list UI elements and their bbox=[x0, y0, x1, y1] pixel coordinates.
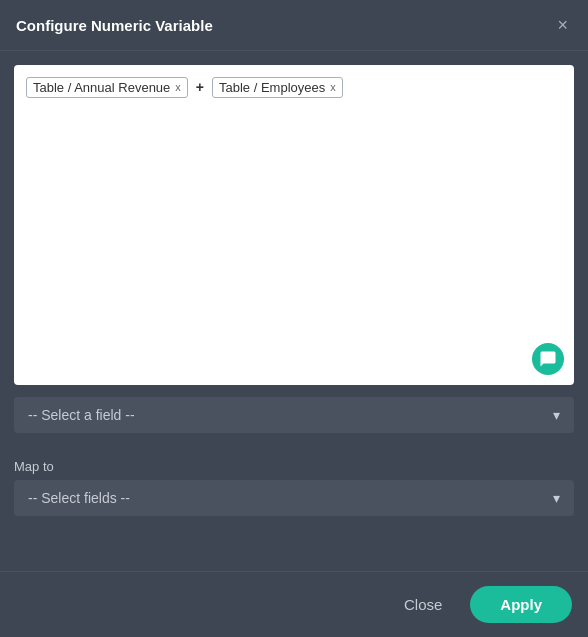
map-to-section: Map to -- Select fields -- bbox=[0, 433, 588, 516]
formula-operator: + bbox=[194, 77, 206, 97]
dialog-close-button[interactable]: × bbox=[553, 14, 572, 36]
footer-close-button[interactable]: Close bbox=[388, 588, 458, 621]
select-fields-dropdown[interactable]: -- Select fields -- bbox=[14, 480, 574, 516]
configure-numeric-variable-dialog: Configure Numeric Variable × Table / Ann… bbox=[0, 0, 588, 637]
tag-annual-revenue-label: Table / Annual Revenue bbox=[33, 80, 170, 95]
footer-apply-button[interactable]: Apply bbox=[470, 586, 572, 623]
select-fields-dropdown-wrapper: -- Select fields -- bbox=[14, 480, 574, 516]
tag-annual-revenue-remove-button[interactable]: x bbox=[175, 82, 181, 93]
map-to-label: Map to bbox=[14, 459, 574, 474]
formula-area: Table / Annual Revenue x + Table / Emplo… bbox=[14, 65, 574, 385]
dialog-title: Configure Numeric Variable bbox=[16, 17, 213, 34]
select-field-section: -- Select a field -- bbox=[0, 385, 588, 433]
select-field-dropdown[interactable]: -- Select a field -- bbox=[14, 397, 574, 433]
formula-icon-button[interactable] bbox=[532, 343, 564, 375]
dialog-header: Configure Numeric Variable × bbox=[0, 0, 588, 51]
tag-annual-revenue: Table / Annual Revenue x bbox=[26, 77, 188, 98]
tag-employees-label: Table / Employees bbox=[219, 80, 325, 95]
tag-employees-remove-button[interactable]: x bbox=[330, 82, 336, 93]
chat-icon bbox=[539, 350, 557, 368]
tag-employees: Table / Employees x bbox=[212, 77, 343, 98]
dialog-footer: Close Apply bbox=[0, 571, 588, 637]
select-field-dropdown-wrapper: -- Select a field -- bbox=[14, 397, 574, 433]
